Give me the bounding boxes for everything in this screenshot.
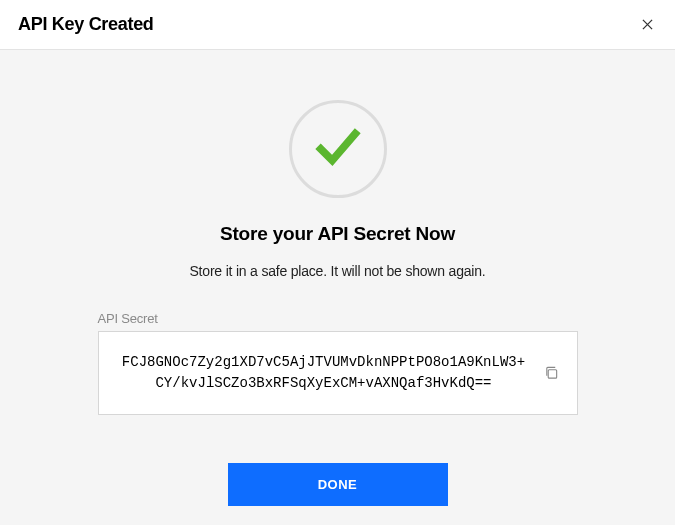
- svg-rect-0: [548, 370, 556, 378]
- close-button[interactable]: [638, 15, 657, 35]
- success-circle: [289, 100, 387, 198]
- modal-body: Store your API Secret Now Store it in a …: [0, 50, 675, 525]
- modal-header: API Key Created: [0, 0, 675, 50]
- done-button[interactable]: DONE: [228, 463, 448, 506]
- subtitle: Store your API Secret Now: [50, 223, 625, 245]
- api-secret-label: API Secret: [98, 311, 578, 326]
- copy-button[interactable]: [540, 362, 563, 385]
- copy-icon: [544, 366, 559, 381]
- check-icon: [315, 124, 361, 174]
- api-secret-field: API Secret FCJ8GNOc7Zy2g1XD7vC5AjJTVUMvD…: [98, 311, 578, 415]
- close-icon: [642, 16, 653, 33]
- description: Store it in a safe place. It will not be…: [50, 263, 625, 279]
- api-secret-box: FCJ8GNOc7Zy2g1XD7vC5AjJTVUMvDknNPPtPO8o1…: [98, 331, 578, 415]
- api-secret-value: FCJ8GNOc7Zy2g1XD7vC5AjJTVUMvDknNPPtPO8o1…: [119, 352, 529, 394]
- modal-title: API Key Created: [18, 14, 154, 35]
